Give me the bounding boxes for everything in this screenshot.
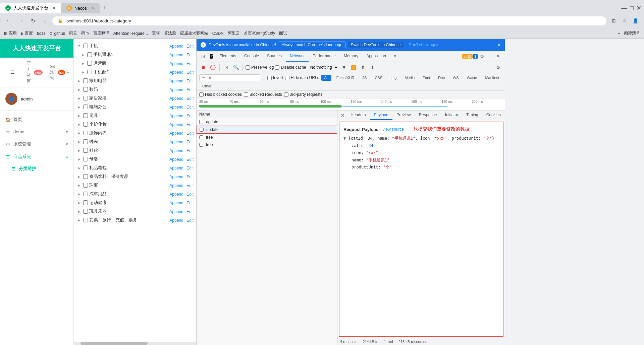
filter-icon[interactable]: ⊡ xyxy=(222,63,230,71)
checkbox-shuma[interactable] xyxy=(83,87,88,92)
append-gerenhu[interactable]: Append xyxy=(169,122,183,127)
append-tongxun1[interactable]: Append xyxy=(169,53,183,57)
edit-fushi[interactable]: Edit xyxy=(186,131,194,136)
more-options-icon[interactable]: ⋮ xyxy=(486,52,494,60)
bookmark-attention[interactable]: Attention Require... xyxy=(113,31,148,36)
checkbox-zhubao[interactable] xyxy=(83,183,88,188)
edit-chuju[interactable]: Edit xyxy=(186,114,194,118)
append-shuma[interactable]: Append xyxy=(169,87,183,92)
type-other[interactable]: Other xyxy=(199,83,215,89)
new-tab-button[interactable]: + xyxy=(100,3,109,13)
append-peijian[interactable]: Append xyxy=(169,70,183,75)
edit-tongxun1[interactable]: Edit xyxy=(186,53,194,57)
url-input[interactable]: 🔒 localhost:8001/#/product-category xyxy=(52,16,606,25)
extensions-icon[interactable]: ⊞ xyxy=(609,16,619,25)
tab-elements[interactable]: Elements xyxy=(215,51,240,62)
mobile-icon[interactable]: 📱 xyxy=(207,52,215,60)
menu-item-home[interactable]: 🏠 首页 xyxy=(0,113,73,126)
append-yundong[interactable]: Append xyxy=(169,201,183,205)
type-css[interactable]: CSS xyxy=(372,75,385,81)
edit-muying[interactable]: Edit xyxy=(186,157,194,162)
checkbox-shipin[interactable] xyxy=(83,174,88,179)
back-button[interactable]: ← xyxy=(4,16,13,25)
expand-wanju[interactable]: ▶ xyxy=(76,209,82,214)
checkbox-xie[interactable] xyxy=(83,148,88,153)
type-img[interactable]: Img xyxy=(387,75,399,81)
expand-yunyingshang[interactable]: ▶ xyxy=(80,61,86,66)
menu-item-goods[interactable]: ☰ 商品系统 ∧ xyxy=(0,150,73,163)
tab-application[interactable]: Application xyxy=(362,51,390,62)
tab-close-1[interactable]: ✕ xyxy=(52,6,56,10)
bookmark-star-icon[interactable]: ☆ xyxy=(620,16,629,25)
bookmark-github[interactable]: ⊙ github xyxy=(49,31,65,36)
maximize-button[interactable]: □ xyxy=(630,5,634,12)
edit-gerenhu[interactable]: Edit xyxy=(186,122,194,127)
request-item-update2[interactable]: update xyxy=(197,126,337,134)
type-all[interactable]: All xyxy=(321,75,331,81)
edit-jiaju[interactable]: Edit xyxy=(186,96,194,101)
tab-close-2[interactable]: ✕ xyxy=(91,6,94,10)
wifi-icon[interactable]: 📶 xyxy=(350,63,358,71)
always-match-button[interactable]: Always match Chrome's language xyxy=(279,42,345,48)
append-zhubao[interactable]: Append xyxy=(169,183,183,188)
bookmark-baidu[interactable]: B 百度 xyxy=(21,30,33,36)
tab-1[interactable]: 人 人人快速开发平台 ✕ xyxy=(0,3,61,13)
expand-jiaju[interactable]: ▶ xyxy=(76,95,82,101)
req-checkbox-3[interactable] xyxy=(199,135,203,139)
checkbox-peijian[interactable] xyxy=(87,70,92,74)
expand-diannao[interactable]: ▶ xyxy=(76,104,82,110)
expand-peijian[interactable]: ▶ xyxy=(80,69,86,75)
checkbox-jiaju[interactable] xyxy=(83,96,88,100)
bookmark-yingjie[interactable]: 应届生求职网站 xyxy=(180,30,208,36)
menu-item-demo[interactable]: ☆ demo ∨ xyxy=(0,126,73,138)
expand-gerenhu[interactable]: ▶ xyxy=(76,122,82,127)
expand-shipin[interactable]: ▶ xyxy=(76,174,82,179)
invert-input[interactable] xyxy=(267,76,272,80)
hide-data-urls-checkbox[interactable]: Hide data URLs xyxy=(285,75,319,80)
expand-zhongbiao[interactable]: ▶ xyxy=(76,139,82,144)
append-caipiao[interactable]: Append xyxy=(169,218,183,223)
detail-tab-initiator[interactable]: Initiator xyxy=(441,111,462,120)
edit-zhongbiao[interactable]: Edit xyxy=(186,140,194,144)
request-item-tree1[interactable]: tree xyxy=(197,134,337,141)
expand-tongxun1[interactable]: ▶ xyxy=(80,52,86,57)
disable-cache-checkbox[interactable]: Disable cache xyxy=(275,65,306,70)
edit-diannao[interactable]: Edit xyxy=(186,105,194,110)
expand-icon[interactable]: ▼ xyxy=(343,136,346,141)
checkbox-yunyingshang[interactable] xyxy=(87,61,92,66)
view-source-link[interactable]: view source xyxy=(383,127,404,132)
type-manifest[interactable]: Manifest xyxy=(482,75,502,81)
horizontal-scrollbar[interactable] xyxy=(74,342,196,345)
checkbox-gerenhu[interactable] xyxy=(83,122,88,127)
append-jiaju[interactable]: Append xyxy=(169,96,183,101)
menu-toggle[interactable]: ☰ xyxy=(5,66,20,79)
edit-shuma[interactable]: Edit xyxy=(186,87,194,92)
blocked-requests-checkbox[interactable]: Blocked Requests xyxy=(244,92,282,97)
type-ws[interactable]: WS xyxy=(450,75,462,81)
detail-tab-headers[interactable]: Headers xyxy=(346,111,370,120)
append-yunyingshang[interactable]: Append xyxy=(169,61,183,66)
expand-fushi[interactable]: ▶ xyxy=(76,130,82,136)
type-wasm[interactable]: Wasm xyxy=(464,75,480,81)
official-link[interactable]: 官方社区 new xyxy=(27,60,43,84)
download-icon[interactable]: ⬇ xyxy=(368,63,376,71)
expand-jiayong[interactable]: ▶ xyxy=(76,78,82,83)
tab-performance[interactable]: Performance xyxy=(309,51,340,62)
edit-caipiao[interactable]: Edit xyxy=(186,218,194,223)
expand-chuju[interactable]: ▶ xyxy=(76,113,82,118)
bookmark-baota[interactable]: 宝塔 xyxy=(152,30,160,36)
info-close-icon[interactable]: ✕ xyxy=(497,43,501,47)
detail-tab-response[interactable]: Response xyxy=(415,111,441,120)
request-item-update1[interactable]: update xyxy=(197,118,337,126)
expand-qiche[interactable]: ▶ xyxy=(76,191,82,197)
tab-network[interactable]: Network xyxy=(286,51,309,62)
checkbox-diannao[interactable] xyxy=(83,105,88,109)
expand-caipiao[interactable]: ▶ xyxy=(76,217,82,223)
append-muying[interactable]: Append xyxy=(169,157,183,162)
edit-yundong[interactable]: Edit xyxy=(186,201,194,205)
tab-console[interactable]: Console xyxy=(240,51,263,62)
checkbox-lipin[interactable] xyxy=(83,165,88,170)
type-doc[interactable]: Doc xyxy=(435,75,448,81)
bookmark-aliyun[interactable]: 阿里云 xyxy=(228,30,240,36)
append-lipin[interactable]: Append xyxy=(169,166,183,170)
